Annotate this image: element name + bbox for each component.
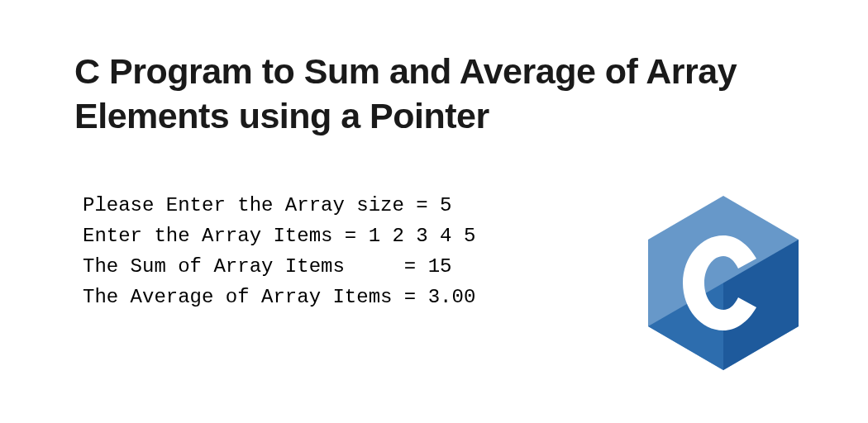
code-line-4: The Average of Array Items = 3.00 (83, 286, 475, 308)
code-line-2: Enter the Array Items = 1 2 3 4 5 (83, 225, 475, 247)
c-language-logo-icon (645, 194, 802, 372)
code-line-1: Please Enter the Array size = 5 (83, 194, 451, 216)
page-title: C Program to Sum and Average of Array El… (74, 50, 794, 139)
code-line-3: The Sum of Array Items = 15 (83, 255, 451, 278)
